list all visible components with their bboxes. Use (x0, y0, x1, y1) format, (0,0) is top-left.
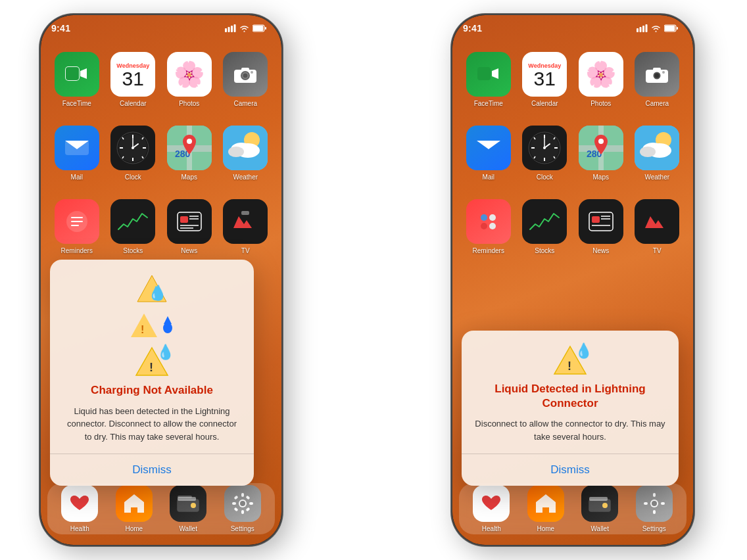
alert-symbols-left: ! 💧 (63, 346, 241, 377)
clock-icon-right[interactable] (522, 126, 567, 170)
app-photos-right[interactable]: 🌸 Photos (573, 52, 629, 107)
dock-settings-left[interactable]: Settings (224, 485, 261, 532)
svg-rect-76 (637, 28, 639, 32)
app-clock-left[interactable]: Clock (105, 126, 162, 181)
app-tv-right[interactable]: TV (629, 199, 686, 254)
dock-home-left[interactable]: Home (116, 485, 153, 532)
app-grid-row2-left: Mail (41, 120, 281, 186)
stocks-label-left: Stocks (123, 247, 143, 254)
svg-rect-68 (241, 493, 244, 497)
phone-frame-right: 9:41 (451, 14, 694, 546)
app-photos-left[interactable]: 🌸 Photos (161, 52, 218, 107)
app-camera-right[interactable]: Camera (629, 52, 686, 107)
cal-day-right: 31 (534, 69, 556, 89)
app-calendar-left[interactable]: Wednesday 31 Calendar (105, 52, 162, 107)
clock-face-left (116, 131, 150, 165)
mail-icon-right[interactable] (466, 126, 511, 170)
weather-icon-left[interactable] (223, 126, 268, 170)
dock-wallet-right[interactable]: Wallet (581, 485, 618, 532)
app-mail-right[interactable]: Mail (460, 126, 517, 181)
wallet-icon-left[interactable] (170, 485, 206, 522)
maps-icon-right[interactable]: 280 (579, 126, 623, 170)
app-weather-right[interactable]: Weather (629, 126, 686, 181)
clock-icon-left[interactable] (110, 126, 155, 170)
stocks-icon-right[interactable] (522, 199, 567, 244)
svg-marker-61 (124, 494, 144, 513)
reminders-icon-right[interactable] (466, 199, 511, 244)
svg-rect-0 (225, 28, 227, 32)
health-icon-left[interactable] (61, 485, 98, 522)
calendar-icon-left[interactable]: Wednesday 31 (110, 52, 155, 97)
health-icon-right[interactable] (473, 485, 510, 522)
svg-point-67 (240, 501, 245, 506)
app-facetime-right[interactable]: FaceTime (460, 52, 517, 107)
weather-icon-right[interactable] (635, 126, 679, 170)
calendar-icon-right[interactable]: Wednesday 31 (522, 52, 567, 97)
photos-icon-right[interactable]: 🌸 (579, 52, 623, 97)
app-maps-right[interactable]: 280 Maps (573, 126, 629, 181)
home-icon-left[interactable] (116, 485, 153, 522)
app-calendar-right[interactable]: Wednesday 31 Calendar (517, 52, 573, 107)
settings-icon-left[interactable] (224, 485, 261, 522)
svg-point-87 (655, 74, 660, 78)
dock-settings-right[interactable]: Settings (636, 485, 673, 532)
maps-label-right: Maps (593, 174, 609, 181)
wallet-label-left: Wallet (180, 525, 197, 532)
svg-rect-128 (653, 510, 656, 514)
alert-dismiss-right[interactable]: Dismiss (475, 454, 665, 486)
app-news-left[interactable]: News (161, 199, 218, 254)
settings-icon-right[interactable] (636, 485, 673, 522)
wallet-icon-right[interactable] (581, 485, 618, 522)
svg-rect-83 (477, 67, 491, 80)
maps-icon-left[interactable]: 280 (167, 126, 212, 170)
clock-label-right: Clock (537, 174, 553, 181)
mail-icon-left[interactable] (55, 126, 99, 170)
camera-icon-left[interactable] (223, 52, 268, 97)
app-reminders-left[interactable]: Reminders (49, 199, 105, 254)
dock-health-left[interactable]: Health (61, 485, 98, 532)
app-clock-right[interactable]: Clock (517, 126, 573, 181)
app-weather-left[interactable]: Weather (218, 126, 274, 181)
stocks-icon-left[interactable] (110, 199, 155, 244)
app-stocks-left[interactable]: Stocks (105, 199, 162, 254)
battery-icon-right (664, 24, 679, 32)
photos-label-left: Photos (179, 100, 199, 107)
reminders-label-right: Reminders (473, 247, 504, 254)
app-stocks-right[interactable]: Stocks (517, 199, 573, 254)
news-icon-right[interactable] (579, 199, 623, 244)
app-tv-left[interactable]: TV (218, 199, 274, 254)
photos-icon-left[interactable]: 🌸 (167, 52, 212, 97)
app-news-right[interactable]: News (573, 199, 629, 254)
wifi-icon-right (651, 25, 661, 32)
svg-point-108 (598, 139, 604, 144)
reminders-icon-left[interactable] (55, 199, 99, 244)
svg-rect-72 (233, 495, 238, 500)
news-icon-left[interactable] (167, 199, 212, 244)
facetime-icon-right[interactable] (466, 52, 511, 97)
svg-rect-70 (232, 502, 236, 505)
app-facetime-left[interactable]: FaceTime (49, 52, 105, 107)
app-reminders-right[interactable]: Reminders (460, 199, 517, 254)
app-mail-left[interactable]: Mail (49, 126, 105, 181)
health-label-right: Health (482, 525, 501, 532)
home-icon-right[interactable] (527, 485, 564, 522)
tv-icon-right[interactable] (635, 199, 679, 244)
alert-title-right: Liquid Detected in Lightning Connector (475, 382, 665, 411)
app-camera-left[interactable]: Camera (218, 52, 274, 107)
alert-dismiss-left[interactable]: Dismiss (63, 454, 241, 486)
dock-health-right[interactable]: Health (473, 485, 510, 532)
svg-text:!: ! (141, 324, 144, 335)
tv-label-left: TV (241, 247, 250, 254)
screen-right: 9:41 (452, 15, 693, 545)
health-label-left: Health (70, 525, 89, 532)
facetime-icon-left[interactable] (55, 52, 99, 97)
dock-wallet-left[interactable]: Wallet (170, 485, 206, 532)
app-maps-left[interactable]: 280 Maps (161, 126, 218, 181)
app-grid-row2-right: Mail (452, 120, 693, 186)
camera-icon-right[interactable] (635, 52, 679, 97)
svg-text:!: ! (567, 360, 571, 373)
tv-icon-left[interactable] (223, 199, 268, 244)
dock-home-right[interactable]: Home (527, 485, 564, 532)
time-left: 9:41 (51, 23, 70, 34)
alert-title-left: Charging Not Available (63, 383, 241, 398)
